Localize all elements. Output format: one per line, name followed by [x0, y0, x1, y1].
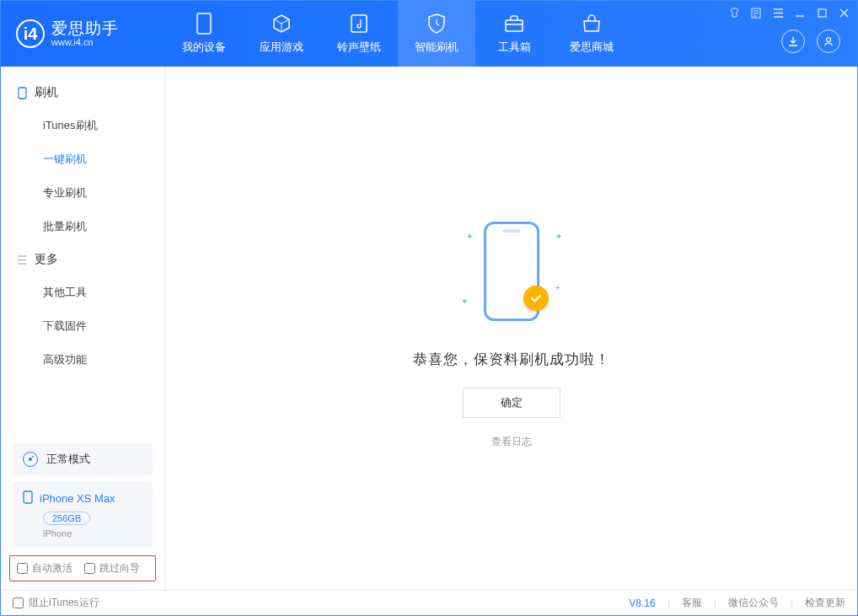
svg-point-7	[29, 458, 32, 461]
device-icon	[23, 490, 33, 506]
sidebar-section-more: 更多	[1, 244, 164, 276]
skip-guide-option[interactable]: 跳过向导	[84, 561, 140, 576]
device-name: iPhone XS Max	[40, 492, 115, 505]
option-checkbox-row: 自动激活 跳过向导	[9, 555, 156, 581]
minimize-icon[interactable]	[793, 6, 807, 19]
skip-guide-label: 跳过向导	[99, 561, 140, 576]
notes-icon[interactable]	[749, 6, 763, 19]
tab-label: 智能刷机	[415, 40, 458, 55]
view-log-link[interactable]: 查看日志	[491, 435, 532, 449]
nav-tabs: 我的设备 应用游戏 铃声壁纸 智能刷机 工具箱 爱思商城	[165, 1, 630, 67]
sidebar-item-other-tools[interactable]: 其他工具	[1, 276, 164, 309]
svg-point-5	[827, 38, 831, 42]
sparkle-icon: ✦	[461, 297, 468, 306]
block-itunes-checkbox[interactable]	[13, 597, 24, 608]
app-title: 爱思助手	[51, 20, 119, 38]
shield-icon	[426, 13, 448, 35]
auto-activate-option[interactable]: 自动激活	[17, 561, 72, 576]
cube-icon	[271, 13, 292, 35]
svg-rect-4	[818, 9, 826, 17]
tab-label: 铃声壁纸	[337, 40, 381, 55]
section-title: 更多	[35, 252, 58, 267]
tab-store[interactable]: 爱思商城	[553, 1, 630, 67]
window-controls	[727, 6, 850, 19]
phone-small-icon	[16, 87, 28, 99]
success-message: 恭喜您，保资料刷机成功啦！	[413, 350, 610, 369]
footer-link-update[interactable]: 检查更新	[805, 596, 845, 610]
device-card[interactable]: iPhone XS Max 256GB iPhone	[13, 482, 153, 547]
svg-rect-2	[506, 20, 523, 31]
tab-my-device[interactable]: 我的设备	[165, 1, 243, 67]
svg-rect-0	[197, 13, 211, 34]
tab-label: 应用游戏	[260, 40, 303, 55]
sparkle-icon: ✦	[466, 232, 473, 241]
list-icon	[16, 254, 28, 265]
sparkle-icon: +	[555, 283, 560, 292]
app-logo: i4 爱思助手 www.i4.cn	[1, 19, 165, 48]
svg-rect-6	[19, 88, 26, 99]
device-type: iPhone	[43, 528, 142, 538]
auto-activate-label: 自动激活	[32, 561, 72, 576]
sidebar: 刷机 iTunes刷机 一键刷机 专业刷机 批量刷机 更多 其他工具 下载固件 …	[1, 67, 165, 590]
skip-guide-checkbox[interactable]	[84, 563, 95, 574]
svg-rect-1	[351, 15, 367, 32]
section-title: 刷机	[35, 85, 58, 100]
svg-rect-9	[24, 491, 32, 503]
success-illustration: ✦ ✦ ✦ +	[461, 208, 562, 335]
sparkle-icon: ✦	[555, 232, 562, 241]
tab-label: 我的设备	[182, 40, 226, 55]
main-content: ✦ ✦ ✦ + 恭喜您，保资料刷机成功啦！ 确定 查看日志	[165, 67, 857, 590]
sidebar-item-advanced[interactable]: 高级功能	[1, 343, 164, 377]
version-label: V8.16	[629, 597, 655, 609]
music-icon	[348, 13, 370, 35]
block-itunes-label: 阻止iTunes运行	[29, 596, 99, 610]
sidebar-item-onekey-flash[interactable]: 一键刷机	[1, 142, 164, 176]
tab-ringtone-wallpaper[interactable]: 铃声壁纸	[320, 1, 398, 67]
sidebar-item-pro-flash[interactable]: 专业刷机	[1, 176, 164, 210]
app-subtitle: www.i4.cn	[51, 37, 119, 47]
mode-card[interactable]: 正常模式	[13, 443, 153, 475]
status-bar: 阻止iTunes运行 V8.16 | 客服 | 微信公众号 | 检查更新	[1, 590, 857, 615]
store-icon	[581, 13, 603, 35]
tab-smart-flash[interactable]: 智能刷机	[398, 1, 475, 67]
tab-apps-games[interactable]: 应用游戏	[243, 1, 320, 67]
mode-icon	[23, 452, 38, 467]
download-icon[interactable]	[781, 29, 805, 53]
device-icon	[193, 13, 215, 35]
footer-link-wechat[interactable]: 微信公众号	[728, 596, 779, 610]
user-icon[interactable]	[817, 29, 840, 53]
storage-badge: 256GB	[43, 512, 90, 525]
header-actions	[781, 29, 840, 53]
menu-icon[interactable]	[771, 6, 785, 19]
close-icon[interactable]	[837, 6, 850, 19]
tab-label: 工具箱	[498, 40, 531, 55]
tab-toolbox[interactable]: 工具箱	[475, 1, 553, 67]
shirt-icon[interactable]	[727, 6, 741, 19]
tab-label: 爱思商城	[570, 40, 614, 55]
footer-link-support[interactable]: 客服	[682, 596, 702, 610]
sidebar-item-itunes-flash[interactable]: iTunes刷机	[1, 109, 164, 142]
sidebar-section-flash: 刷机	[1, 77, 164, 109]
svg-point-8	[32, 456, 34, 458]
checkmark-badge-icon	[523, 286, 549, 311]
auto-activate-checkbox[interactable]	[17, 563, 28, 574]
mode-label: 正常模式	[46, 452, 90, 467]
sidebar-item-batch-flash[interactable]: 批量刷机	[1, 210, 164, 244]
ok-button[interactable]: 确定	[463, 388, 560, 418]
toolbox-icon	[503, 13, 525, 35]
app-header: i4 爱思助手 www.i4.cn 我的设备 应用游戏 铃声壁纸 智能刷机 工具…	[1, 1, 857, 67]
sidebar-item-download-firmware[interactable]: 下载固件	[1, 309, 164, 343]
logo-icon: i4	[16, 19, 45, 48]
maximize-icon[interactable]	[815, 6, 829, 19]
